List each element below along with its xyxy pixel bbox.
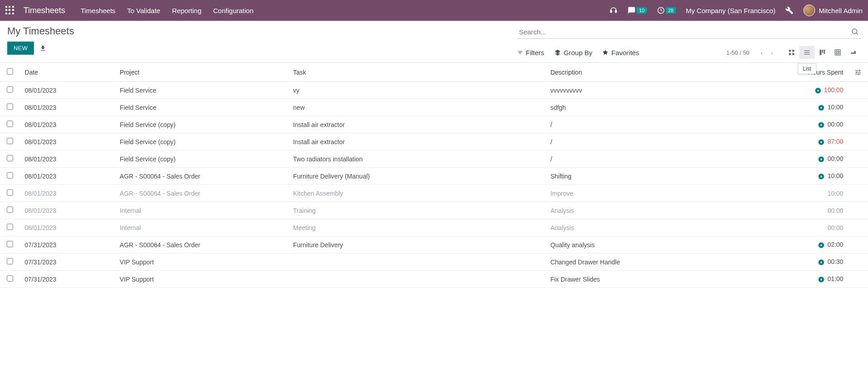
- cell-hours: 00:30: [769, 254, 848, 271]
- filters-label: Filters: [526, 49, 544, 56]
- voip-icon[interactable]: [609, 6, 618, 14]
- nav-reporting[interactable]: Reporting: [172, 7, 201, 14]
- view-kanban-icon[interactable]: [815, 46, 830, 59]
- activities-icon[interactable]: 28: [657, 6, 676, 14]
- company-selector[interactable]: My Company (San Francisco): [686, 7, 775, 14]
- view-graph-icon[interactable]: [845, 46, 861, 59]
- nav-timesheets[interactable]: Timesheets: [80, 7, 115, 14]
- play-icon[interactable]: [815, 87, 821, 94]
- groupby-button[interactable]: Group By: [554, 49, 592, 56]
- table-row[interactable]: 08/01/2023Field Servicenewsdfgh10:00: [0, 99, 868, 116]
- messages-badge: 10: [637, 7, 646, 14]
- table-wrap[interactable]: Date Project Task Description Hours Spen…: [0, 63, 868, 376]
- play-icon[interactable]: [818, 104, 825, 111]
- pager-prev[interactable]: [757, 49, 768, 56]
- svg-rect-6: [792, 50, 794, 52]
- row-checkbox[interactable]: [7, 189, 13, 196]
- play-icon[interactable]: [818, 156, 825, 163]
- apps-icon[interactable]: [5, 6, 14, 15]
- play-icon[interactable]: [818, 139, 825, 146]
- cell-description: Analysis: [546, 219, 769, 236]
- activities-badge: 28: [666, 7, 676, 14]
- search-icon[interactable]: [851, 27, 859, 36]
- row-checkbox[interactable]: [7, 241, 13, 247]
- view-grid-icon[interactable]: [784, 46, 799, 59]
- user-menu[interactable]: Mitchell Admin: [803, 5, 863, 16]
- control-panel: My Timesheets NEW Filters Group By: [0, 21, 868, 63]
- play-icon[interactable]: [818, 173, 825, 180]
- cell-task: Kitchen Assembly: [288, 185, 546, 202]
- table-row[interactable]: 08/01/2023AGR - S00064 - Sales OrderKitc…: [0, 185, 868, 202]
- page-title: My Timesheets: [7, 25, 74, 37]
- cell-task: Furniture Delivery: [288, 236, 546, 254]
- table-body: 08/01/2023Field Servicevyvvvvvvvvvv100:0…: [0, 82, 868, 288]
- cell-task: Training: [288, 202, 546, 219]
- search-input[interactable]: [517, 25, 861, 39]
- table-row[interactable]: 08/01/2023Field Servicevyvvvvvvvvvv100:0…: [0, 82, 868, 99]
- view-list-icon[interactable]: List: [799, 46, 815, 59]
- table-row[interactable]: 07/31/2023VIP SupportChanged Drawer Hand…: [0, 254, 868, 271]
- row-checkbox[interactable]: [7, 275, 13, 282]
- header-description[interactable]: Description: [546, 63, 769, 82]
- hours-value: 10:00: [827, 103, 843, 111]
- row-checkbox[interactable]: [7, 103, 13, 110]
- view-toggles: List: [784, 46, 861, 59]
- cell-hours: 10:00: [769, 185, 848, 202]
- username: Mitchell Admin: [819, 7, 863, 14]
- table-row[interactable]: 08/01/2023Field Service (copy)Install ai…: [0, 116, 868, 133]
- cell-description: Analysis: [546, 202, 769, 219]
- download-icon[interactable]: [39, 44, 47, 52]
- row-checkbox[interactable]: [7, 224, 13, 230]
- row-checkbox[interactable]: [7, 207, 13, 213]
- cell-hours: 02:00: [769, 236, 848, 254]
- row-checkbox[interactable]: [7, 155, 13, 161]
- cell-description: sdfgh: [546, 99, 769, 116]
- table-row[interactable]: 08/01/2023Field Service (copy)Install ai…: [0, 133, 868, 150]
- header-date[interactable]: Date: [20, 63, 115, 82]
- row-checkbox[interactable]: [7, 258, 13, 264]
- svg-rect-8: [792, 53, 794, 55]
- header-task[interactable]: Task: [288, 63, 546, 82]
- groupby-label: Group By: [564, 49, 592, 56]
- cell-date: 08/01/2023: [20, 219, 115, 236]
- play-icon[interactable]: [818, 242, 825, 249]
- row-checkbox[interactable]: [7, 86, 13, 93]
- filters-button[interactable]: Filters: [517, 49, 544, 56]
- top-navbar: Timesheets Timesheets To Validate Report…: [0, 0, 868, 21]
- row-checkbox[interactable]: [7, 138, 13, 144]
- select-all-checkbox[interactable]: [7, 68, 13, 75]
- cell-project: Field Service: [115, 99, 289, 116]
- pager-group: 1-50 / 50 List: [726, 46, 861, 59]
- view-pivot-icon[interactable]: [830, 46, 845, 59]
- nav-to-validate[interactable]: To Validate: [127, 7, 160, 14]
- new-button[interactable]: NEW: [7, 42, 34, 55]
- timesheet-table: Date Project Task Description Hours Spen…: [0, 63, 868, 288]
- messages-icon[interactable]: 10: [627, 6, 646, 14]
- header-project[interactable]: Project: [115, 63, 289, 82]
- svg-rect-1: [615, 10, 617, 13]
- favorites-button[interactable]: Favorites: [602, 49, 639, 56]
- header-checkbox-cell: [0, 63, 20, 82]
- cell-date: 08/01/2023: [20, 99, 115, 116]
- row-checkbox[interactable]: [7, 121, 13, 127]
- play-icon[interactable]: [818, 276, 825, 283]
- cell-description: Improve: [546, 185, 769, 202]
- debug-icon[interactable]: [785, 6, 793, 14]
- cell-date: 08/01/2023: [20, 150, 115, 168]
- pager-next[interactable]: [768, 49, 777, 56]
- nav-configuration[interactable]: Configuration: [213, 7, 254, 14]
- table-row[interactable]: 07/31/2023VIP SupportFix Drawer Slides01…: [0, 271, 868, 288]
- table-row[interactable]: 08/01/2023AGR - S00064 - Sales OrderFurn…: [0, 168, 868, 185]
- table-row[interactable]: 08/01/2023Field Service (copy)Two radiat…: [0, 150, 868, 168]
- play-icon[interactable]: [818, 259, 825, 266]
- column-settings-icon[interactable]: [854, 68, 862, 75]
- play-icon[interactable]: [818, 122, 825, 128]
- row-checkbox[interactable]: [7, 172, 13, 179]
- table-row[interactable]: 08/01/2023InternalMeetingAnalysis00:00: [0, 219, 868, 236]
- cell-description: Shifting: [546, 168, 769, 185]
- cell-project: AGR - S00064 - Sales Order: [115, 236, 289, 254]
- table-row[interactable]: 08/01/2023InternalTrainingAnalysis00:00: [0, 202, 868, 219]
- table-row[interactable]: 07/31/2023AGR - S00064 - Sales OrderFurn…: [0, 236, 868, 254]
- pager-arrows: [757, 49, 777, 56]
- cell-description: /: [546, 150, 769, 168]
